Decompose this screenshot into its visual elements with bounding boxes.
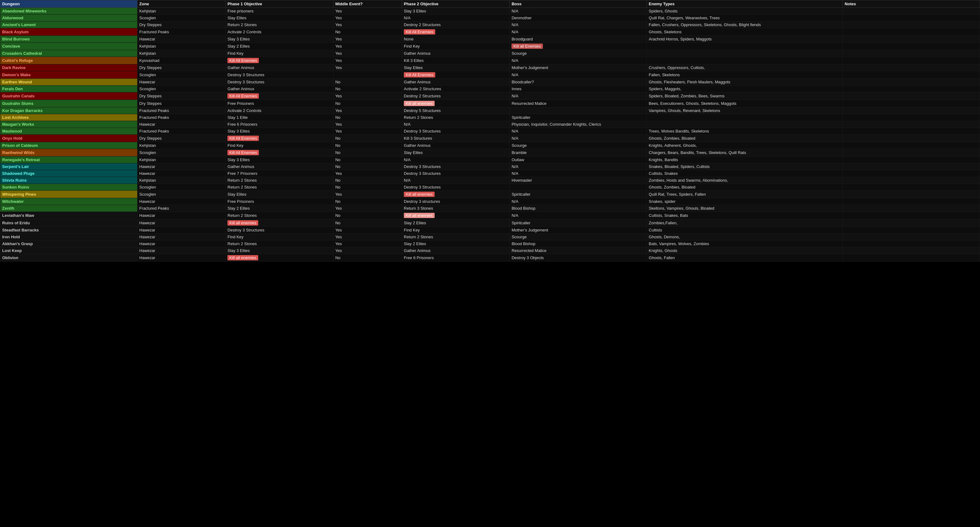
zone: Fractured Peaks: [137, 205, 225, 212]
notes: [843, 247, 980, 254]
notes: [843, 135, 980, 142]
table-row: Demon's WakeScosglenDestroy 3 Structures…: [0, 71, 980, 79]
table-row: Renegade's RetreatKehjistanSlay 3 Elites…: [0, 156, 980, 163]
notes: [843, 219, 980, 227]
boss: Denmother: [510, 14, 647, 21]
zone: Fractured Peaks: [137, 107, 225, 114]
middle-event: No: [333, 28, 402, 36]
phase1-objective: Slay Elites: [226, 14, 333, 21]
phase2-objective: Destroy 3 Structures: [402, 170, 510, 177]
phase2-objective: Slay 3 Elites: [402, 8, 510, 14]
notes: [843, 100, 980, 107]
middle-event: Yes: [333, 50, 402, 57]
middle-event: Yes: [333, 36, 402, 43]
zone: Hawezar: [137, 219, 225, 227]
boss: Destroy 3 Objects: [510, 254, 647, 262]
phase2-objective: Return 3 Stones: [402, 205, 510, 212]
zone: Hawezar: [137, 36, 225, 43]
phase1-objective: Slay 3 Elites: [226, 156, 333, 163]
middle-event: No: [333, 156, 402, 163]
boss: Scourge: [510, 50, 647, 57]
zone: Hawezar: [137, 234, 225, 240]
enemy-types: Ghosts, Zombies, Bloated: [647, 135, 843, 142]
enemy-types: Snakes, Bloated, Spiders, Cultists: [647, 163, 843, 170]
phase1-objective: Kill All Enemies: [226, 149, 333, 156]
boss: Spiritcaller: [510, 114, 647, 121]
zone: Kyovashad: [137, 57, 225, 64]
phase1-objective: Slay 1 Elite: [226, 114, 333, 121]
boss: Blood Bishop: [510, 205, 647, 212]
phase1-objective: Return 2 Stones: [226, 240, 333, 247]
enemy-types: Bees, Executioners, Ghosts, Skeletons, M…: [647, 100, 843, 107]
notes: [843, 142, 980, 149]
dungeon-name: Demon's Wake: [0, 71, 137, 79]
table-row: Shadowed PlugeHawezarFree 7 PrisonersYes…: [0, 170, 980, 177]
zone: Dry Steppes: [137, 64, 225, 71]
boss: Scourge: [510, 234, 647, 240]
boss: Innes: [510, 86, 647, 92]
zone: Hawezar: [137, 79, 225, 86]
middle-event: No: [333, 212, 402, 219]
phase1-objective: Destroy 3 Structures: [226, 79, 333, 86]
zone: Kehjistan: [137, 50, 225, 57]
enemy-types: Snakes, spider: [647, 198, 843, 205]
phase2-objective: Destroy 3 Structures: [402, 163, 510, 170]
zone: Dry Steppes: [137, 21, 225, 28]
phase1-objective: Slay 3 Elites: [226, 128, 333, 135]
enemy-types: Ghosts, Demons,: [647, 234, 843, 240]
phase2-objective: Kill 3 Structures: [402, 135, 510, 142]
phase2-objective: N/A: [402, 177, 510, 184]
notes: [843, 191, 980, 198]
phase2-objective: Destroy 3 Structures: [402, 128, 510, 135]
zone: Scosglen: [137, 191, 225, 198]
boss: Spiritcaller: [510, 219, 647, 227]
table-row: Ferals DenScosglenGather AnimusNoActivat…: [0, 86, 980, 92]
phase2-objective: Slay 2 Elites: [402, 219, 510, 227]
notes: [843, 14, 980, 21]
notes: [843, 212, 980, 219]
table-row: Shivta RuinsKehjistanReturn 2 StonesNoN/…: [0, 177, 980, 184]
dungeon-name: Onyx Hold: [0, 135, 137, 142]
dungeon-name: Zenith: [0, 205, 137, 212]
table-row: ConclaveKehjistanSlay 2 ElitesYesFind Ke…: [0, 43, 980, 50]
boss: N/A: [510, 163, 647, 170]
phase1-objective: Gather Animus: [226, 86, 333, 92]
boss: Resurrected Malice: [510, 100, 647, 107]
phase1-objective: Kill all enemies: [226, 219, 333, 227]
phase1-objective: Slay 2 Elites: [226, 43, 333, 50]
dungeon-name: Black Asylum: [0, 28, 137, 36]
notes: [843, 50, 980, 57]
phase1-objective: Free 7 Prisoners: [226, 170, 333, 177]
phase2-objective: Destroy 3 structures: [402, 198, 510, 205]
boss: N/A: [510, 135, 647, 142]
dungeon-name: Cultist's Refuge: [0, 57, 137, 64]
enemy-types: Zombies, Hosts and Swarms, Abominations,: [647, 177, 843, 184]
phase2-objective: Kill All Enemies: [402, 71, 510, 79]
zone: Fractured Peaks: [137, 28, 225, 36]
table-row: ZenithFractured PeaksSlay 2 ElitesYesRet…: [0, 205, 980, 212]
phase1-objective: Slay 2 Elites: [226, 205, 333, 212]
enemy-types: Quill Rat, Chargers, Wearwolves, Trees: [647, 14, 843, 21]
zone: Hawezar: [137, 121, 225, 128]
middle-event: [333, 71, 402, 79]
notes: [843, 36, 980, 43]
table-row: Ancient's LamentDry SteppesReturn 2 Ston…: [0, 21, 980, 28]
boss: N/A: [510, 198, 647, 205]
phase1-objective: Kill All Enemies: [226, 135, 333, 142]
middle-event: No: [333, 114, 402, 121]
header-phase2: Phase 2 Objective: [402, 0, 510, 8]
dungeon-name: Abandoned Mineworks: [0, 8, 137, 14]
zone: Dry Steppes: [137, 92, 225, 100]
table-row: Guulrahn CanalsDry SteppesKill All Enemi…: [0, 92, 980, 100]
phase1-objective: Gather Animus: [226, 64, 333, 71]
table-row: Lost ArchivesFractured PeaksSlay 1 Elite…: [0, 114, 980, 121]
dungeon-name: Renegade's Retreat: [0, 156, 137, 163]
middle-event: Yes: [333, 107, 402, 114]
phase2-objective: Kill all enemies: [402, 100, 510, 107]
table-row: OblivionHawezarKill all enemiesNoFree 6 …: [0, 254, 980, 262]
enemy-types: Vampires, Ghouls, Revenant, Skeletons: [647, 107, 843, 114]
notes: [843, 184, 980, 191]
zone: Kehjistan: [137, 177, 225, 184]
middle-event: Yes: [333, 64, 402, 71]
zone: Hawezar: [137, 212, 225, 219]
